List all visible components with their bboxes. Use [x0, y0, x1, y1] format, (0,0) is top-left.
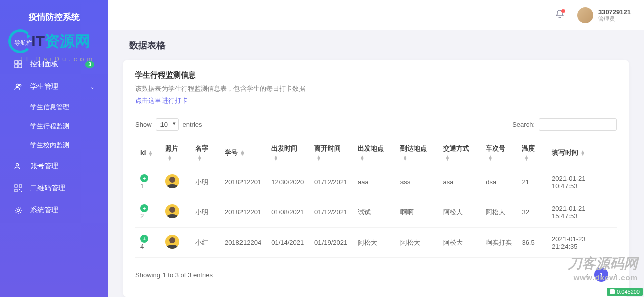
svg-point-4	[16, 84, 19, 87]
column-header[interactable]: 车次号▲▼	[480, 138, 517, 167]
card-description: 该数据表为学生行程监测信息表，包含学生的每日打卡数据	[135, 84, 617, 93]
table-row: +1小明201821220112/30/202001/12/2021aaasss…	[135, 167, 617, 197]
column-header[interactable]: 温度▲▼	[517, 138, 547, 167]
cell-name: 小明	[190, 167, 220, 197]
cell-fill: 2021-01-23 21:24:35	[547, 228, 617, 258]
cell-depart: 01/08/2021	[266, 197, 309, 228]
page-prev[interactable]: ‹	[586, 271, 589, 279]
svg-rect-1	[19, 61, 22, 64]
cell-transport: asa	[438, 167, 481, 197]
svg-point-12	[17, 209, 20, 212]
column-header[interactable]: 到达地点▲▼	[395, 138, 438, 167]
data-card: 学生行程监测信息 该数据表为学生行程监测信息表，包含学生的每日打卡数据 点击这里…	[123, 60, 629, 297]
cell-depart: 12/30/2020	[266, 167, 309, 197]
column-header[interactable]: 出发地点▲▼	[353, 138, 395, 167]
topbar: 330729121 管理员	[108, 0, 644, 30]
user-menu[interactable]: 330729121 管理员	[577, 7, 631, 23]
nav-student-info[interactable]: 学生信息管理	[0, 98, 108, 117]
cell-fill: 2021-01-21 15:47:53	[547, 197, 617, 228]
column-header[interactable]: 交通方式▲▼	[438, 138, 481, 167]
table-footer: Showing 1 to 3 of 3 entries ‹ 1 ›	[135, 268, 617, 282]
user-role: 管理员	[598, 16, 631, 22]
cell-to: sss	[395, 167, 438, 197]
cell-depart: 01/14/2021	[266, 228, 309, 258]
cell-to: 啊啊	[395, 197, 438, 228]
cell-trip: dsa	[480, 167, 517, 197]
column-header[interactable]: 离开时间▲▼	[309, 138, 353, 167]
cell-from: 阿松大	[353, 228, 395, 258]
search-input[interactable]	[539, 118, 617, 131]
column-header[interactable]: 出发时间▲▼	[266, 138, 309, 167]
user-id: 330729121	[598, 8, 631, 16]
entries-label: entries	[183, 121, 202, 128]
expand-row-button[interactable]: +	[140, 174, 148, 182]
cell-leave: 01/12/2021	[309, 197, 353, 228]
cell-temp: 36.5	[517, 228, 547, 258]
chevron-down-icon: ⌄	[90, 84, 94, 90]
svg-rect-8	[19, 185, 22, 187]
student-avatar	[165, 174, 179, 188]
data-table: Id▲▼照片▲▼名字▲▼学号▲▼出发时间▲▼离开时间▲▼出发地点▲▼到达地点▲▼…	[135, 138, 617, 258]
cell-temp: 32	[517, 197, 547, 228]
nav-account[interactable]: 账号管理	[0, 155, 108, 177]
cell-trip: 阿松大	[480, 197, 517, 228]
content-area: 数据表格 学生行程监测信息 该数据表为学生行程监测信息表，包含学生的每日打卡数据…	[108, 30, 644, 297]
nav-label-text: 控制面板	[30, 60, 58, 69]
nav-student-campus[interactable]: 学生校内监测	[0, 136, 108, 155]
nav-label-text: 账号管理	[30, 162, 58, 171]
cell-transport: 阿松大	[438, 228, 481, 258]
page-number[interactable]: 1	[594, 268, 608, 282]
nav-label-text: 系统管理	[30, 206, 58, 215]
card-link-checkin[interactable]: 点击这里进行打卡	[135, 96, 617, 105]
gear-icon	[14, 206, 23, 214]
student-avatar	[165, 204, 179, 218]
search-label: Search:	[512, 121, 535, 128]
nav-qrcode[interactable]: 二维码管理	[0, 177, 108, 199]
table-row: +4小红201821220401/14/202101/19/2021阿松大阿松大…	[135, 228, 617, 258]
table-controls: Show 10 entries Search:	[135, 118, 617, 131]
nav-student[interactable]: 学生管理 ⌄	[0, 76, 108, 98]
nav-section-label: 导航栏	[0, 39, 108, 47]
cell-trip: 啊实打实	[480, 228, 517, 258]
expand-row-button[interactable]: +	[140, 204, 148, 212]
svg-rect-7	[15, 185, 17, 187]
avatar	[577, 7, 593, 23]
sidebar: 疫情防控系统 导航栏 控制面板 3 学生管理 ⌄ 学生信息管理 学生行程监测 学…	[0, 0, 108, 297]
nav-dashboard[interactable]: 控制面板 3	[0, 53, 108, 76]
pagination: ‹ 1 ›	[586, 268, 617, 282]
cell-leave: 01/19/2021	[309, 228, 353, 258]
dashboard-icon	[14, 60, 23, 68]
nav-label-text: 二维码管理	[30, 184, 65, 193]
column-header[interactable]: 填写时间▲▼	[547, 138, 617, 167]
show-label: Show	[135, 121, 152, 128]
table-info: Showing 1 to 3 of 3 entries	[135, 271, 213, 279]
notification-dot	[561, 9, 565, 13]
expand-row-button[interactable]: +	[140, 235, 148, 243]
svg-point-6	[16, 164, 19, 166]
nav-label-text: 学生管理	[30, 82, 58, 91]
column-header[interactable]: 学号▲▼	[220, 138, 266, 167]
cell-to: 阿松大	[395, 228, 438, 258]
nav-system[interactable]: 系统管理	[0, 199, 108, 221]
cell-from: 试试	[353, 197, 395, 228]
entries-select[interactable]: 10	[156, 118, 179, 131]
nav-badge: 3	[85, 61, 94, 68]
cell-temp: 21	[517, 167, 547, 197]
cell-name: 小红	[190, 228, 220, 258]
notifications-button[interactable]	[555, 9, 565, 21]
cell-leave: 01/12/2021	[309, 167, 353, 197]
cell-from: aaa	[353, 167, 395, 197]
cell-sno: 2018212201	[220, 167, 266, 197]
qr-icon	[14, 184, 23, 192]
nav-student-trip[interactable]: 学生行程监测	[0, 117, 108, 136]
student-avatar	[165, 235, 179, 249]
svg-rect-11	[21, 191, 22, 192]
column-header[interactable]: 照片▲▼	[160, 138, 190, 167]
svg-rect-9	[15, 189, 17, 192]
page-next[interactable]: ›	[614, 271, 617, 279]
svg-rect-2	[15, 65, 18, 68]
column-header[interactable]: 名字▲▼	[190, 138, 220, 167]
column-header[interactable]: Id▲▼	[135, 138, 160, 167]
users-icon	[14, 83, 23, 91]
table-row: +2小明201821220101/08/202101/12/2021试试啊啊阿松…	[135, 197, 617, 228]
